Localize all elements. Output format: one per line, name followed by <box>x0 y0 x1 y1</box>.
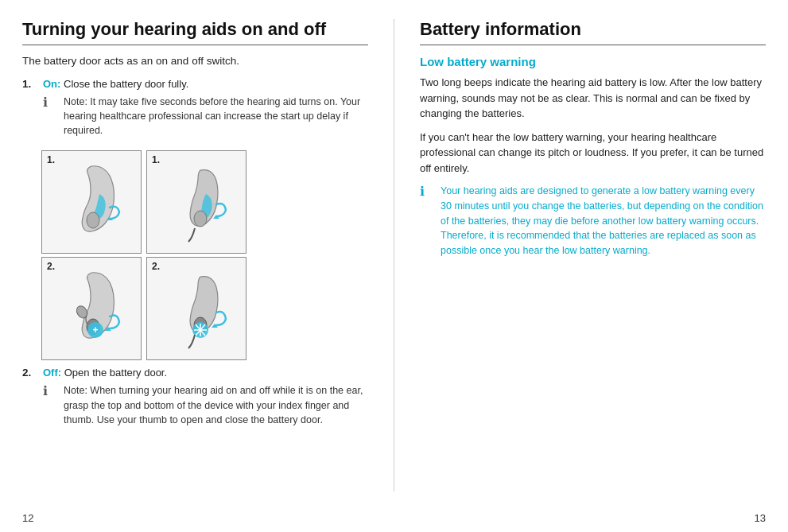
step-2-note-icon: ℹ <box>43 383 59 426</box>
right-divider <box>420 45 766 45</box>
img-1-right: 1. <box>146 150 246 254</box>
svg-point-7 <box>194 211 207 227</box>
battery-para2: If you can't hear the low battery warnin… <box>420 130 766 177</box>
left-title: Turning your hearing aids on and off <box>22 19 368 40</box>
hearing-aid-svg-2-right <box>161 265 232 352</box>
img-2-right-label: 2. <box>152 261 160 272</box>
battery-note: Your hearing aids are designed to genera… <box>441 184 766 258</box>
step-1-body: Close the battery door fully. <box>60 78 188 90</box>
images-left: 1. 2. <box>41 150 142 360</box>
img-2-right: 2. <box>146 257 246 360</box>
step-2: 2. Off: Open the battery door. ℹ Note: W… <box>22 367 368 431</box>
img-1-left-label: 1. <box>47 154 55 165</box>
page-num-left: 12 <box>22 512 33 524</box>
right-column: Battery information Low battery warning … <box>394 19 766 491</box>
hearing-aid-svg-2-left: + <box>56 265 127 352</box>
hearing-aid-svg-1-right <box>161 158 232 246</box>
left-divider <box>22 45 368 45</box>
step-2-content: Off: Open the battery door. ℹ Note: When… <box>43 367 368 431</box>
left-column: Turning your hearing aids on and off The… <box>22 19 368 491</box>
step-1-note-box: ℹ Note: It may take five seconds before … <box>43 95 368 138</box>
img-1-left: 1. <box>41 150 142 254</box>
step-1-text: On: Close the battery door fully. <box>43 78 188 90</box>
battery-para1: Two long beeps indicate the hearing aid … <box>420 75 766 122</box>
step-2-note-box: ℹ Note: When turning your hearing aid on… <box>43 383 368 426</box>
step-2-note: Note: When turning your hearing aid on a… <box>64 383 368 426</box>
step-2-number: 2. <box>22 367 37 431</box>
step-1: 1. On: Close the battery door fully. ℹ N… <box>22 78 368 142</box>
battery-note-icon: ℹ <box>420 184 436 258</box>
images-container: 1. 2. <box>41 150 368 360</box>
step-1-note: Note: It may take five seconds before th… <box>64 95 368 138</box>
step-2-text: Off: Open the battery door. <box>43 367 167 379</box>
img-2-left-label: 2. <box>47 261 55 272</box>
images-right: 1. 2. <box>146 150 246 360</box>
img-1-right-label: 1. <box>152 154 160 165</box>
step-1-content: On: Close the battery door fully. ℹ Note… <box>43 78 368 142</box>
page-num-right: 13 <box>755 512 766 524</box>
svg-text:+: + <box>92 324 98 336</box>
battery-note-box: ℹ Your hearing aids are designed to gene… <box>420 184 766 258</box>
off-label: Off: <box>43 367 61 379</box>
right-title: Battery information <box>420 19 766 40</box>
on-label: On: <box>43 78 60 90</box>
svg-point-0 <box>87 212 99 228</box>
step-1-note-icon: ℹ <box>43 95 59 138</box>
step-1-number: 1. <box>22 78 37 142</box>
page-footer: 12 13 <box>0 507 788 532</box>
hearing-aid-svg-1-left <box>56 158 127 246</box>
battery-subsection-title: Low battery warning <box>420 55 766 68</box>
step-2-body: Open the battery door. <box>61 367 167 379</box>
left-intro: The battery door acts as an on and off s… <box>22 55 368 67</box>
img-2-left: 2. + <box>41 257 142 360</box>
